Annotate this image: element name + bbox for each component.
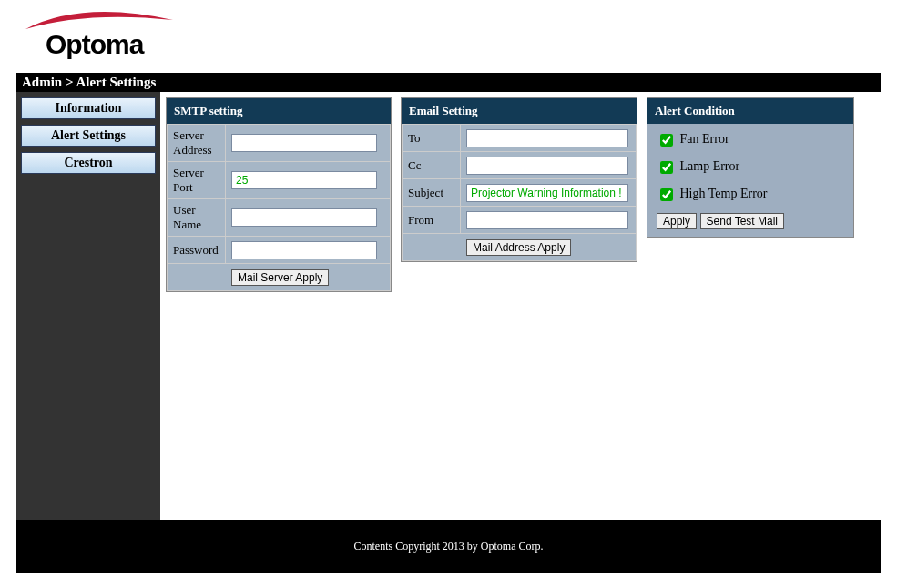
header: Optoma (0, 0, 897, 73)
high-temp-row: High Temp Error (657, 186, 844, 204)
footer-text: Contents Copyright 2013 by Optoma Corp. (354, 540, 544, 553)
lamp-error-checkbox[interactable] (660, 161, 673, 174)
mail-address-apply-button[interactable]: Mail Address Apply (466, 239, 571, 256)
from-label: From (403, 207, 461, 234)
fan-error-checkbox[interactable] (660, 134, 673, 147)
send-test-mail-button[interactable]: Send Test Mail (700, 213, 785, 229)
alert-panel-title: Alert Condition (647, 98, 853, 124)
to-input[interactable] (466, 129, 628, 147)
alert-apply-button[interactable]: Apply (657, 213, 697, 229)
from-input[interactable] (466, 211, 628, 229)
user-name-input[interactable] (231, 208, 377, 227)
logo-text: Optoma (46, 29, 143, 60)
content-area: SMTP setting Server Address Server Port … (160, 92, 881, 520)
cc-input[interactable] (466, 157, 628, 175)
email-panel-title: Email Setting (402, 98, 637, 124)
footer: Contents Copyright 2013 by Optoma Corp. (16, 520, 881, 573)
email-panel: Email Setting To Cc Subject From (401, 97, 637, 262)
server-port-label: Server Port (168, 162, 226, 199)
mail-server-apply-button[interactable]: Mail Server Apply (231, 269, 329, 286)
fan-error-row: Fan Error (657, 131, 844, 149)
subject-input[interactable] (466, 184, 628, 202)
password-label: Password (168, 237, 226, 264)
optoma-logo: Optoma (18, 9, 182, 64)
cc-label: Cc (403, 152, 461, 179)
high-temp-label: High Temp Error (680, 187, 768, 200)
sidebar-item-crestron[interactable]: Crestron (21, 152, 156, 174)
server-address-input[interactable] (231, 134, 377, 152)
smtp-panel: SMTP setting Server Address Server Port … (166, 97, 392, 292)
breadcrumb: Admin > Alert Settings (16, 73, 881, 92)
sidebar-item-information[interactable]: Information (21, 97, 156, 119)
subject-label: Subject (403, 179, 461, 207)
sidebar: Information Alert Settings Crestron (16, 92, 160, 520)
server-address-label: Server Address (168, 125, 226, 162)
lamp-error-label: Lamp Error (680, 159, 740, 173)
server-port-input[interactable] (231, 171, 377, 189)
lamp-error-row: Lamp Error (657, 158, 844, 177)
high-temp-checkbox[interactable] (660, 188, 673, 201)
sidebar-item-alert-settings[interactable]: Alert Settings (21, 125, 156, 147)
smtp-panel-title: SMTP setting (167, 98, 391, 124)
fan-error-label: Fan Error (680, 132, 729, 146)
password-input[interactable] (231, 241, 377, 259)
to-label: To (403, 125, 461, 152)
alert-panel: Alert Condition Fan Error Lamp Error Hig… (647, 97, 854, 238)
user-name-label: User Name (168, 199, 226, 237)
